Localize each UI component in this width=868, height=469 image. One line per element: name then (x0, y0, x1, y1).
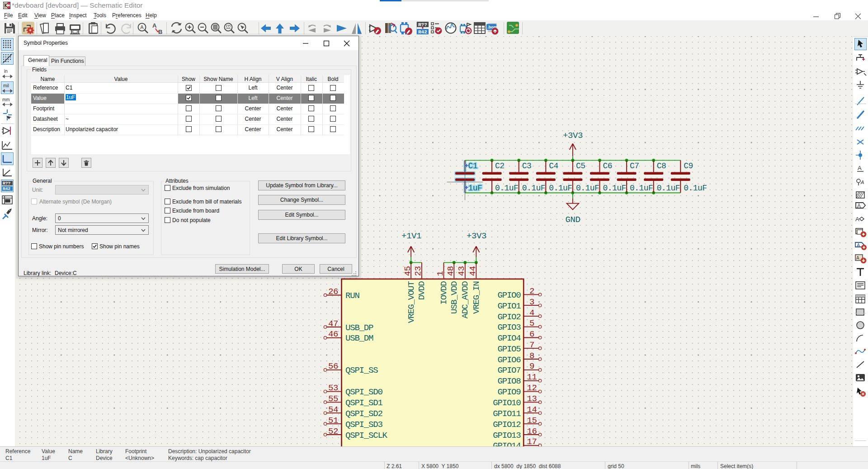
svg-text:11: 11 (527, 372, 537, 382)
svg-text:C8: C8 (657, 161, 666, 171)
svg-text:GPIO6: GPIO6 (497, 355, 521, 365)
svg-text:0.1uF: 0.1uF (684, 184, 707, 193)
svg-text:GND: GND (565, 215, 580, 225)
svg-text:47: 47 (328, 319, 338, 329)
svg-text:44: 44 (468, 266, 478, 276)
svg-text:in: in (4, 69, 8, 74)
svg-text:A: A (857, 242, 860, 248)
svg-text:4: 4 (529, 308, 534, 318)
svg-text:46: 46 (328, 329, 338, 339)
svg-text:VREG_IN: VREG_IN (472, 282, 481, 314)
svg-text:R??: R?? (3, 181, 10, 186)
svg-text:A: A (860, 180, 864, 185)
svg-text:5: 5 (529, 318, 534, 328)
svg-text:55: 55 (328, 394, 338, 404)
svg-text:GPIO13: GPIO13 (493, 431, 521, 441)
svg-text:13: 13 (527, 394, 537, 404)
svg-text:QSPI_SD3: QSPI_SD3 (345, 420, 382, 430)
svg-text:QSPI_SD2: QSPI_SD2 (345, 409, 382, 419)
svg-text:A: A (152, 22, 157, 29)
svg-text:USB_VDD: USB_VDD (449, 281, 459, 314)
svg-text:C4: C4 (549, 161, 558, 171)
svg-text:QSPI_SD0: QSPI_SD0 (345, 387, 382, 397)
svg-text:C2: C2 (495, 161, 505, 171)
svg-text:+1V1: +1V1 (401, 231, 421, 241)
svg-text:14: 14 (527, 405, 537, 415)
svg-text:0.1uF: 0.1uF (603, 184, 626, 193)
svg-text:R42: R42 (3, 186, 10, 191)
svg-text:0.1uF: 0.1uF (495, 184, 518, 193)
svg-text:0.1uF: 0.1uF (522, 184, 545, 193)
svg-text:VREG_VOUT: VREG_VOUT (406, 281, 416, 323)
svg-text:ADC_AVDD: ADC_AVDD (460, 281, 470, 318)
svg-text:48: 48 (446, 266, 456, 276)
svg-text:56: 56 (328, 361, 338, 371)
svg-text:DVDD: DVDD (417, 281, 427, 300)
svg-text:A: A (855, 216, 859, 223)
svg-text:R42: R42 (418, 29, 427, 35)
svg-text:43: 43 (457, 266, 467, 276)
svg-text:0.1uF: 0.1uF (657, 184, 680, 193)
svg-text:GPIO1: GPIO1 (497, 301, 521, 311)
svg-text:A: A (857, 203, 861, 209)
svg-text:C7: C7 (630, 161, 639, 171)
svg-text:52: 52 (328, 426, 338, 436)
svg-text:GPIO11: GPIO11 (493, 409, 521, 419)
svg-text:GPIO8: GPIO8 (497, 376, 521, 386)
svg-text:9: 9 (529, 361, 534, 371)
svg-text:+3V3: +3V3 (467, 231, 486, 241)
svg-text:GPIO10: GPIO10 (493, 398, 521, 408)
svg-text:USB_DP: USB_DP (345, 323, 373, 333)
svg-text:51: 51 (328, 416, 338, 426)
svg-text:1uF: 1uF (468, 184, 482, 193)
svg-text:USB_DM: USB_DM (345, 333, 373, 343)
svg-text:+3V3: +3V3 (563, 131, 583, 141)
svg-text:RUN: RUN (345, 291, 359, 301)
svg-text:0.1uF: 0.1uF (576, 184, 599, 193)
svg-text:2: 2 (529, 286, 534, 296)
svg-text:16: 16 (527, 426, 537, 436)
svg-text:12: 12 (527, 383, 537, 393)
svg-text:7: 7 (529, 340, 534, 350)
svg-text:6: 6 (529, 329, 534, 339)
svg-text:26: 26 (328, 287, 338, 297)
svg-text:GPIO3: GPIO3 (497, 322, 521, 332)
svg-text:QSPI_SS: QSPI_SS (345, 365, 378, 375)
svg-text:GPIO0: GPIO0 (497, 290, 521, 300)
svg-text:GPIO12: GPIO12 (493, 420, 521, 430)
svg-text:8: 8 (529, 351, 534, 361)
svg-text:1: 1 (435, 271, 445, 276)
svg-text:GPIO9: GPIO9 (497, 387, 521, 397)
svg-text:GPIO4: GPIO4 (497, 333, 521, 343)
svg-text:B: B (158, 28, 162, 35)
svg-text:mm: mm (2, 97, 10, 102)
svg-text:15: 15 (527, 416, 537, 426)
svg-text:C9: C9 (684, 161, 693, 171)
svg-text:C3: C3 (522, 161, 532, 171)
svg-text:0.1uF: 0.1uF (549, 184, 572, 193)
svg-text:GPIO7: GPIO7 (497, 365, 520, 375)
svg-text:3: 3 (529, 297, 534, 307)
svg-text:C1: C1 (468, 161, 478, 171)
svg-text:GPIO5: GPIO5 (497, 344, 521, 354)
svg-text:GPIO14: GPIO14 (493, 441, 521, 446)
svg-text:mil: mil (3, 83, 9, 88)
svg-text:QSPI_SCLK: QSPI_SCLK (345, 431, 388, 441)
svg-text:53: 53 (328, 383, 338, 393)
svg-text:A: A (858, 165, 862, 171)
svg-text:54: 54 (328, 405, 338, 415)
svg-text:A: A (856, 256, 859, 261)
svg-text:A: A (140, 24, 144, 30)
svg-text:17: 17 (527, 437, 537, 446)
svg-text:QSPI_SD1: QSPI_SD1 (345, 398, 382, 408)
svg-text:C6: C6 (603, 161, 613, 171)
svg-text:C5: C5 (576, 161, 585, 171)
svg-text:GPIO2: GPIO2 (497, 312, 521, 322)
svg-text:0.1uF: 0.1uF (630, 184, 653, 193)
svg-text:23: 23 (413, 266, 423, 276)
svg-text:IOVDD: IOVDD (439, 281, 449, 305)
svg-text:45: 45 (403, 266, 413, 276)
